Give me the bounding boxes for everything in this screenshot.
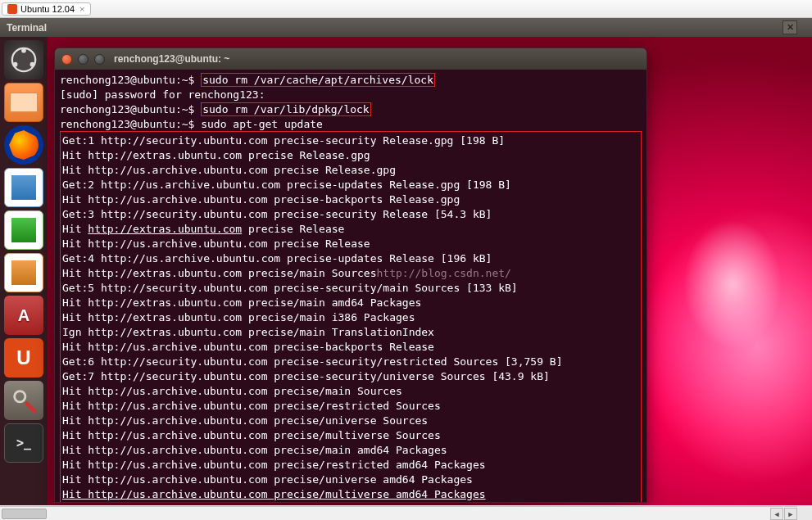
svg-point-2 — [13, 62, 18, 67]
unity-launcher — [0, 37, 48, 505]
launcher-libreoffice-writer[interactable] — [4, 168, 43, 207]
terminal-titlebar[interactable]: renchong123@ubuntu: ~ — [55, 48, 646, 70]
launcher-dash[interactable] — [4, 40, 43, 79]
terminal-title: renchong123@ubuntu: ~ — [114, 53, 229, 65]
vm-tab-bar: Ubuntu 12.04 × — [0, 0, 812, 18]
launcher-ubuntu-one[interactable] — [4, 338, 43, 378]
scroll-left-button[interactable]: ◄ — [770, 508, 783, 520]
ubuntu-icon — [7, 4, 17, 14]
highlighted-command-1: sudo rm /var/cache/apt/archives/lock — [201, 73, 435, 87]
svg-point-3 — [30, 62, 35, 67]
launcher-system-settings[interactable] — [4, 381, 43, 420]
terminal-line: Get:2 http://us.archive.ubuntu.com preci… — [62, 179, 511, 191]
window-minimize-button[interactable] — [78, 54, 88, 65]
terminal-line: Hit http://us.archive.ubuntu.com precise… — [62, 488, 486, 500]
svg-point-1 — [21, 48, 26, 53]
ubuntu-desktop: Terminal ✕ renchong123@ubuntu: ~ renchon… — [0, 18, 812, 505]
watermark: http://blog.csdn.net/ — [377, 267, 511, 279]
prompt: renchong123@ubuntu:~$ — [60, 103, 194, 115]
terminal-line: Hit http://us.archive.ubuntu.com precise… — [62, 341, 434, 353]
vm-tab[interactable]: Ubuntu 12.04 × — [2, 2, 91, 16]
svg-point-4 — [15, 391, 25, 402]
window-close-button[interactable] — [61, 54, 72, 65]
terminal-line: Get:7 http://security.ubuntu.com precise… — [62, 370, 550, 382]
terminal-command: sudo apt-get update — [201, 118, 323, 130]
terminal-line: Get:1 http://security.ubuntu.com precise… — [62, 134, 505, 147]
prompt: renchong123@ubuntu:~$ — [60, 118, 194, 130]
terminal-line: Hit http://us.archive.ubuntu.com precise… — [62, 414, 428, 427]
terminal-line: Get:3 http://security.ubuntu.com precise… — [62, 208, 492, 220]
terminal-line: Hit http://us.archive.ubuntu.com precise… — [62, 164, 396, 176]
horizontal-scrollbar[interactable]: ◄ ► — [0, 506, 797, 520]
scrollbar-thumb[interactable] — [2, 509, 47, 519]
terminal-line: Hit http://us.archive.ubuntu.com precise… — [62, 459, 486, 471]
launcher-libreoffice-impress[interactable] — [4, 253, 43, 292]
terminal-line: Hit http://extras.ubuntu.com precise Rel… — [62, 149, 370, 161]
panel-close-button[interactable]: ✕ — [783, 20, 797, 34]
ubuntu-dash-icon — [10, 46, 38, 74]
launcher-terminal[interactable] — [4, 423, 43, 463]
terminal-window: renchong123@ubuntu: ~ renchong123@ubuntu… — [54, 47, 647, 503]
terminal-line: Get:5 http://security.ubuntu.com precise… — [62, 282, 518, 294]
terminal-line: Hit http://us.archive.ubuntu.com precise… — [62, 385, 402, 397]
highlighted-command-2: sudo rm /var/lib/dpkg/lock — [201, 102, 371, 116]
prompt: renchong123@ubuntu:~$ — [60, 74, 194, 86]
launcher-software-center[interactable] — [4, 296, 43, 335]
terminal-line: Hit http://us.archive.ubuntu.com precise… — [62, 400, 441, 412]
terminal-line: Hit http://us.archive.ubuntu.com precise… — [62, 444, 447, 456]
terminal-line: Hit http://extras.ubuntu.com precise Rel… — [62, 223, 344, 235]
window-maximize-button[interactable] — [94, 54, 105, 65]
terminal-line: Hit http://us.archive.ubuntu.com precise… — [62, 429, 441, 441]
highlighted-output-block: Get:1 http://security.ubuntu.com precise… — [60, 131, 642, 503]
panel-title: Terminal — [7, 22, 47, 34]
scroll-right-button[interactable]: ► — [784, 508, 797, 520]
terminal-line: Hit http://extras.ubuntu.com precise/mai… — [62, 267, 511, 279]
launcher-files[interactable] — [4, 83, 43, 122]
terminal-line: [sudo] password for renchong123: — [60, 88, 265, 101]
gear-icon — [10, 387, 38, 414]
terminal-line: Ign http://extras.ubuntu.com precise/mai… — [62, 326, 434, 338]
terminal-line: Hit http://extras.ubuntu.com precise/mai… — [62, 296, 421, 309]
terminal-line: Get:6 http://security.ubuntu.com precise… — [62, 355, 562, 368]
terminal-line: Hit http://extras.ubuntu.com precise/mai… — [62, 311, 415, 323]
terminal-line: Hit http://us.archive.ubuntu.com precise… — [62, 473, 473, 486]
terminal-output[interactable]: renchong123@ubuntu:~$ sudo rm /var/cache… — [55, 70, 646, 503]
close-icon[interactable]: × — [79, 4, 84, 14]
vm-tab-label: Ubuntu 12.04 — [20, 4, 75, 14]
terminal-line: Get:4 http://us.archive.ubuntu.com preci… — [62, 252, 492, 265]
launcher-firefox[interactable] — [4, 125, 43, 165]
unity-top-panel: Terminal ✕ — [0, 18, 812, 37]
launcher-libreoffice-calc[interactable] — [4, 210, 43, 250]
terminal-line: Hit http://us.archive.ubuntu.com precise… — [62, 237, 370, 250]
terminal-line: Hit http://us.archive.ubuntu.com precise… — [62, 193, 460, 206]
